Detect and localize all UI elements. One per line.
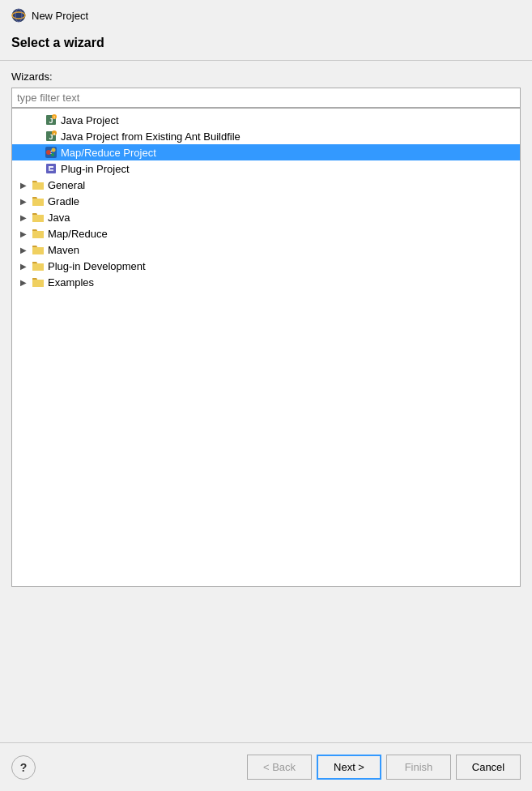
folder-icon bbox=[32, 227, 45, 240]
next-button[interactable]: Next > bbox=[317, 755, 381, 780]
tree-item-java-group[interactable]: Java bbox=[12, 209, 520, 225]
svg-text:A: A bbox=[53, 132, 56, 136]
tree-item-plugin-dev[interactable]: Plug-in Development bbox=[12, 258, 520, 274]
svg-rect-17 bbox=[46, 164, 56, 173]
tree-item-mapreduce-project[interactable]: Map/Reduce Project bbox=[12, 144, 520, 160]
svg-rect-20 bbox=[49, 168, 50, 169]
right-buttons: < Back Next > Finish Cancel bbox=[247, 755, 521, 780]
tree-item-java-project[interactable]: J ! Java Project bbox=[12, 112, 520, 128]
tree-item-label-mapreduce-group: Map/Reduce bbox=[48, 228, 108, 240]
folder-icon bbox=[32, 276, 45, 289]
tree-item-java-ant-project[interactable]: J A Java Project from Existing Ant Build… bbox=[12, 128, 520, 144]
tree-item-label-examples: Examples bbox=[48, 276, 94, 289]
spacer-area bbox=[0, 596, 532, 742]
mapreduce-icon bbox=[45, 146, 57, 159]
tree-item-mapreduce-group[interactable]: Map/Reduce bbox=[12, 225, 520, 242]
help-button[interactable]: ? bbox=[11, 755, 36, 780]
tree-item-plugin-project[interactable]: Plug-in Project bbox=[12, 160, 520, 177]
svg-line-16 bbox=[51, 153, 52, 154]
svg-rect-19 bbox=[49, 169, 53, 171]
tree-item-examples[interactable]: Examples bbox=[12, 274, 520, 290]
folder-icon bbox=[32, 243, 45, 256]
tree-container: J ! Java Project J A Java Project from E… bbox=[11, 108, 521, 587]
tree-item-gradle[interactable]: Gradle bbox=[12, 193, 520, 209]
java-ant-icon: J A bbox=[45, 130, 57, 143]
plugin-icon bbox=[45, 162, 57, 175]
page-header: Select a wizard bbox=[0, 29, 532, 60]
tree-item-label-mapreduce-project: Map/Reduce Project bbox=[61, 147, 156, 159]
title-bar: New Project bbox=[0, 0, 532, 29]
tree-item-maven[interactable]: Maven bbox=[12, 242, 520, 258]
title-bar-text: New Project bbox=[32, 10, 88, 22]
finish-button[interactable]: Finish bbox=[386, 755, 451, 780]
folder-icon bbox=[32, 178, 45, 191]
tree-item-label-java-group: Java bbox=[48, 212, 70, 224]
back-button[interactable]: < Back bbox=[247, 755, 312, 780]
button-bar: ? < Back Next > Finish Cancel bbox=[0, 743, 532, 791]
tree-item-label-gradle: Gradle bbox=[48, 195, 79, 207]
cancel-button[interactable]: Cancel bbox=[456, 755, 521, 780]
page-title: Select a wizard bbox=[11, 36, 521, 50]
svg-rect-18 bbox=[49, 166, 53, 168]
tree-item-label-plugin-project: Plug-in Project bbox=[61, 163, 130, 175]
folder-icon bbox=[32, 195, 45, 207]
tree-item-label-maven: Maven bbox=[48, 244, 79, 256]
java-project-icon: J ! bbox=[45, 113, 57, 126]
svg-point-13 bbox=[52, 148, 56, 152]
filter-input[interactable] bbox=[11, 88, 521, 108]
main-content: Wizards: J ! Java Project J A Java Proje… bbox=[0, 61, 532, 596]
tree-item-label-plugin-dev: Plug-in Development bbox=[48, 260, 146, 272]
tree-item-general[interactable]: General bbox=[12, 177, 520, 193]
svg-point-12 bbox=[46, 150, 51, 155]
eclipse-icon bbox=[11, 8, 26, 23]
wizards-label: Wizards: bbox=[11, 71, 521, 83]
svg-point-0 bbox=[12, 9, 25, 22]
folder-icon bbox=[32, 259, 45, 272]
tree-item-label-java-ant-project: Java Project from Existing Ant Buildfile bbox=[61, 130, 240, 143]
tree-item-label-general: General bbox=[48, 179, 85, 191]
folder-icon bbox=[32, 211, 45, 224]
tree-item-label-java-project: Java Project bbox=[61, 114, 119, 126]
